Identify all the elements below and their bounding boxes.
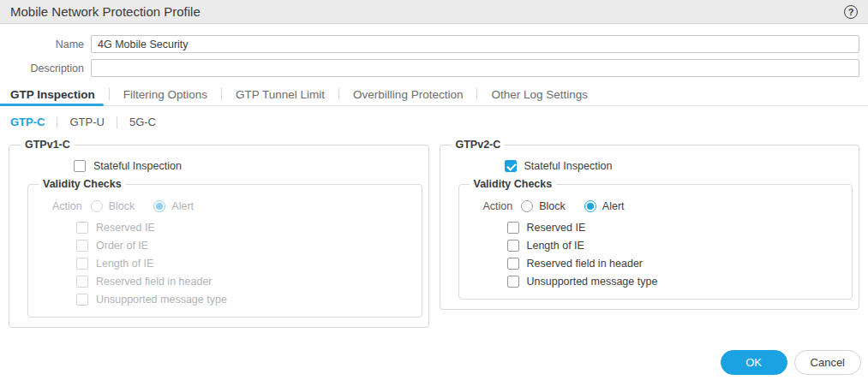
gtpv1c-length-of-ie-checkbox	[76, 258, 88, 270]
gtpv1c-action-block-radio	[91, 200, 103, 212]
gtpv1c-action-alert-radio	[153, 200, 165, 212]
gtpv1c-reserved-ie-label: Reserved IE	[96, 222, 155, 234]
gtpv2c-check-unsupported-message-type: Unsupported message type	[507, 276, 849, 288]
page-title: Mobile Network Protection Profile	[10, 4, 201, 19]
help-icon[interactable]: ?	[844, 5, 858, 19]
gtpv1c-stateful-inspection-row: Stateful Inspection	[74, 160, 424, 172]
tab-gtp-inspection[interactable]: GTP Inspection	[9, 83, 97, 105]
gtpv1c-action-label: Action	[52, 200, 82, 212]
gtpv2c-reserved-field-in-header-checkbox[interactable]	[507, 258, 519, 270]
ok-button[interactable]: OK	[721, 350, 787, 375]
gtpv1c-length-of-ie-label: Length of IE	[96, 258, 153, 270]
gtpv2c-action-block-label[interactable]: Block	[539, 200, 566, 212]
gtpv2c-length-of-ie-checkbox[interactable]	[507, 240, 519, 252]
name-input[interactable]	[91, 35, 859, 53]
gtpv2c-action-alert-radio[interactable]	[584, 200, 596, 212]
gtpv1c-check-reserved-field-in-header: Reserved field in header	[76, 276, 418, 288]
gtpv1c-check-unsupported-message-type: Unsupported message type	[76, 294, 418, 306]
subtab-divider	[117, 116, 117, 128]
gtpv2c-check-length-of-ie: Length of IE	[507, 240, 849, 252]
gtpv1c-order-of-ie-checkbox	[76, 240, 88, 252]
gtpv2c-action-row: Action Block Alert	[483, 200, 849, 212]
gtpv1c-action-alert-label: Alert	[171, 200, 194, 212]
tab-gtp-tunnel-limit[interactable]: GTP Tunnel Limit	[234, 83, 326, 105]
gtpv2c-check-reserved-ie: Reserved IE	[507, 222, 849, 234]
panel-gtpv2-c: GTPv2-C Stateful Inspection Validity Che…	[440, 139, 860, 310]
tab-filtering-options[interactable]: Filtering Options	[122, 83, 209, 105]
tab-divider	[476, 88, 477, 100]
gtpv1c-order-of-ie-label: Order of IE	[96, 240, 148, 252]
tab-bar: GTP Inspection Filtering Options GTP Tun…	[0, 83, 868, 106]
description-input[interactable]	[91, 59, 859, 77]
gtpv2c-validity-checks-group: Validity Checks Action Block Alert Reser…	[458, 178, 853, 300]
gtpv1c-unsupported-message-type-label: Unsupported message type	[96, 294, 227, 306]
gtpv2c-reserved-ie-checkbox[interactable]	[507, 222, 519, 234]
subtab-5g-c[interactable]: 5G-C	[128, 116, 158, 128]
gtpv2c-action-alert-label[interactable]: Alert	[602, 200, 625, 212]
gtpv2c-reserved-ie-label[interactable]: Reserved IE	[527, 222, 586, 234]
subtab-bar: GTP-C GTP-U 5G-C	[9, 116, 868, 128]
gtpv2c-length-of-ie-label[interactable]: Length of IE	[527, 240, 584, 252]
gtpv1c-action-block-label: Block	[109, 200, 135, 212]
gtpv1c-validity-checks-group: Validity Checks Action Block Alert Reser…	[27, 178, 422, 318]
gtpv2c-unsupported-message-type-checkbox[interactable]	[507, 276, 519, 288]
dialog-footer: OK Cancel	[721, 350, 861, 375]
gtpv1c-reserved-ie-checkbox	[76, 222, 88, 234]
gtpv2c-unsupported-message-type-label[interactable]: Unsupported message type	[527, 276, 658, 288]
gtpv1c-check-length-of-ie: Length of IE	[76, 258, 418, 270]
tab-other-log-settings[interactable]: Other Log Settings	[489, 83, 590, 105]
gtpv1c-check-order-of-ie: Order of IE	[76, 240, 418, 252]
gtpv2c-checks-list: Reserved IE Length of IE Reserved field …	[507, 222, 849, 288]
name-label: Name	[9, 39, 91, 50]
gtpv2c-action-label: Action	[483, 200, 513, 212]
gtpv1c-unsupported-message-type-checkbox	[76, 294, 88, 306]
gtpv1c-action-block-option: Block	[91, 200, 135, 212]
gtpv2c-validity-checks-legend: Validity Checks	[470, 178, 557, 190]
gtpv2c-action-alert-option: Alert	[584, 200, 625, 212]
subtab-gtp-c[interactable]: GTP-C	[9, 116, 46, 128]
gtpv1c-check-reserved-ie: Reserved IE	[76, 222, 418, 234]
gtpv1c-checks-list: Reserved IE Order of IE Length of IE Res…	[76, 222, 418, 306]
gtpv2c-stateful-inspection-checkbox[interactable]	[505, 160, 517, 172]
cancel-button[interactable]: Cancel	[794, 350, 861, 375]
tab-divider	[109, 88, 110, 100]
tab-divider	[338, 88, 339, 100]
gtpv2c-action-block-option: Block	[521, 200, 566, 212]
gtpv1c-action-alert-option: Alert	[153, 200, 194, 212]
panel-gtpv2-c-legend: GTPv2-C	[452, 139, 506, 151]
panel-gtpv1-c-legend: GTPv1-C	[21, 139, 75, 151]
gtpv1c-reserved-field-in-header-checkbox	[76, 276, 88, 288]
description-field-row: Description	[9, 59, 859, 77]
panel-gtpv1-c: GTPv1-C Stateful Inspection Validity Che…	[9, 139, 429, 328]
gtpv1c-stateful-inspection-checkbox[interactable]	[74, 160, 86, 172]
description-label: Description	[9, 62, 91, 74]
gtpv1c-stateful-inspection-label[interactable]: Stateful Inspection	[93, 160, 182, 172]
gtpv2c-stateful-inspection-label[interactable]: Stateful Inspection	[524, 160, 613, 172]
gtpv2c-action-block-radio[interactable]	[521, 200, 533, 212]
gtpv2c-check-reserved-field-in-header: Reserved field in header	[507, 258, 849, 270]
tab-overbilling-protection[interactable]: Overbilling Protection	[351, 83, 464, 105]
dialog-title-bar: Mobile Network Protection Profile ?	[0, 0, 868, 24]
subtab-divider	[57, 116, 57, 128]
gtpv1c-action-row: Action Block Alert	[52, 200, 418, 212]
gtpv1c-validity-checks-legend: Validity Checks	[39, 178, 126, 190]
gtpv1c-reserved-field-in-header-label: Reserved field in header	[96, 276, 213, 288]
subtab-gtp-u[interactable]: GTP-U	[68, 116, 105, 128]
name-field-row: Name	[9, 35, 859, 53]
gtpv2c-stateful-inspection-row: Stateful Inspection	[505, 160, 855, 172]
tab-divider	[221, 88, 222, 100]
gtpv2c-reserved-field-in-header-label[interactable]: Reserved field in header	[527, 258, 644, 270]
profile-form: Name Description	[0, 24, 868, 77]
gtp-c-panels: GTPv1-C Stateful Inspection Validity Che…	[9, 139, 859, 328]
